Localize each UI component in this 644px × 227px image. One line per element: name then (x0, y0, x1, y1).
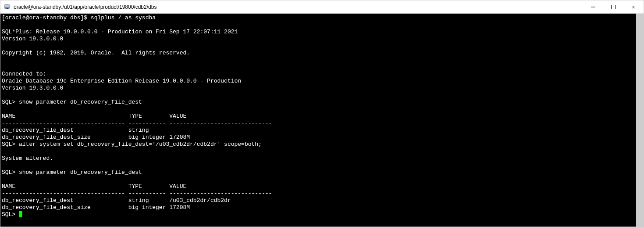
svg-rect-2 (7, 8, 8, 9)
titlebar[interactable]: oracle@ora-standby:/u01/app/oracle/produ… (0, 0, 644, 14)
minimize-button[interactable] (583, 0, 603, 13)
scrollbar-thumb[interactable] (636, 14, 644, 227)
svg-rect-1 (5, 5, 9, 7)
window-title: oracle@ora-standby:/u01/app/oracle/produ… (14, 4, 157, 10)
putty-window: oracle@ora-standby:/u01/app/oracle/produ… (0, 0, 644, 227)
close-button[interactable] (623, 0, 644, 13)
client-area: [oracle@ora-standby dbs]$ sqlplus / as s… (0, 14, 644, 227)
terminal-output[interactable]: [oracle@ora-standby dbs]$ sqlplus / as s… (0, 14, 636, 227)
vertical-scrollbar[interactable] (636, 14, 644, 227)
maximize-button[interactable] (603, 0, 623, 13)
window-controls (583, 0, 644, 13)
sql-prompt: SQL> (2, 211, 19, 218)
putty-icon (4, 4, 11, 11)
svg-rect-5 (612, 5, 616, 9)
cursor (19, 211, 22, 217)
